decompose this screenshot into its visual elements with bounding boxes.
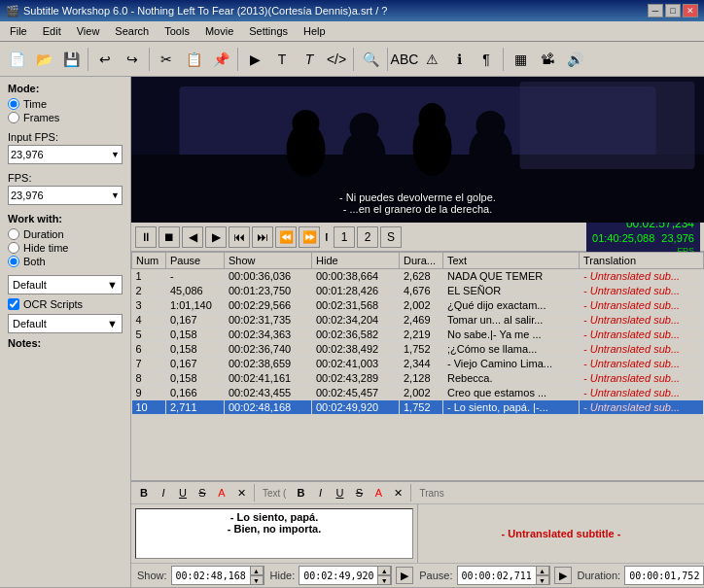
- table-row[interactable]: 7 0,167 00:02:38,659 00:02:41,003 2,344 …: [132, 357, 704, 371]
- trans-tag-button[interactable]: ✕: [389, 484, 406, 502]
- fps-dropdown-arrow[interactable]: ▼: [111, 190, 120, 200]
- mode-frames-option[interactable]: Frames: [8, 112, 123, 123]
- pause-up-button[interactable]: ▲: [536, 566, 549, 575]
- trans-bold-button[interactable]: B: [292, 484, 309, 502]
- translation-editor[interactable]: - Untranslated subtitle -: [417, 504, 704, 563]
- work-both-option[interactable]: Both: [8, 256, 123, 267]
- fps-input[interactable]: 23,976 ▼: [8, 186, 123, 205]
- grid-button[interactable]: ▦: [508, 47, 533, 72]
- next-sub-button[interactable]: ⏩: [299, 226, 320, 248]
- menu-edit[interactable]: Edit: [37, 23, 67, 39]
- work-both-radio[interactable]: [8, 256, 19, 267]
- mode-time-radio[interactable]: [8, 98, 19, 110]
- menu-search[interactable]: Search: [109, 23, 155, 39]
- pause-value[interactable]: 00:00:02,711: [458, 571, 536, 581]
- warning-button[interactable]: ⚠: [419, 47, 444, 72]
- new-button[interactable]: 📄: [4, 47, 29, 72]
- ocr-scripts-checkbox[interactable]: [8, 298, 19, 310]
- minimize-button[interactable]: ─: [648, 4, 663, 17]
- mode-frames-radio[interactable]: [8, 112, 19, 123]
- prev-frame-button[interactable]: ◀: [182, 226, 203, 248]
- work-duration-option[interactable]: Duration: [8, 228, 123, 240]
- cut-button[interactable]: ✂: [154, 47, 179, 72]
- pause-play-button[interactable]: ▶: [554, 567, 572, 584]
- hide-value[interactable]: 00:02:49,920: [299, 571, 377, 581]
- progress-bar[interactable]: [326, 233, 328, 241]
- ocr-scripts-option[interactable]: OCR Scripts: [8, 298, 123, 310]
- stop-button[interactable]: ⏹: [158, 226, 180, 248]
- pause-spinner[interactable]: ▲ ▼: [536, 566, 549, 585]
- video-button[interactable]: 📽: [535, 47, 560, 72]
- play-pause-button[interactable]: ⏸: [135, 226, 157, 248]
- menu-file[interactable]: File: [4, 23, 33, 39]
- show-value[interactable]: 00:02:48,168: [172, 571, 250, 581]
- work-duration-radio[interactable]: [8, 228, 19, 240]
- show-input[interactable]: 00:02:48,168 ▲ ▼: [171, 566, 264, 585]
- work-hide-radio[interactable]: [8, 242, 19, 254]
- table-row[interactable]: 3 1:01,140 00:02:29,566 00:02:31,568 2,0…: [132, 298, 704, 313]
- subtitle-text-editor[interactable]: - Lo siento, papá.- Bien, no importa.: [135, 508, 413, 559]
- mode-time-option[interactable]: Time: [8, 98, 123, 110]
- table-row[interactable]: 10 2,711 00:02:48,168 00:02:49,920 1,752…: [132, 400, 704, 415]
- next-frame-button[interactable]: ▶: [205, 226, 227, 248]
- undo-button[interactable]: ↩: [92, 47, 118, 72]
- paste-button[interactable]: 📌: [208, 47, 233, 72]
- rewind-button[interactable]: ⏮: [229, 226, 250, 248]
- underline-button[interactable]: U: [174, 484, 192, 502]
- maximize-button[interactable]: □: [665, 4, 681, 17]
- show-up-button[interactable]: ▲: [250, 566, 264, 575]
- trans-underline-button[interactable]: U: [331, 484, 348, 502]
- strikethrough-button[interactable]: S: [194, 484, 211, 502]
- vol-down-button[interactable]: 1: [334, 226, 355, 248]
- vol-up-button[interactable]: 2: [357, 226, 378, 248]
- table-row[interactable]: 2 45,086 00:01:23,750 00:01:28,426 4,676…: [132, 284, 704, 298]
- audio-button[interactable]: 🔊: [562, 47, 587, 72]
- open-button[interactable]: 📂: [31, 47, 56, 72]
- table-row[interactable]: 4 0,167 00:02:31,735 00:02:34,204 2,469 …: [132, 313, 704, 328]
- default-select-2[interactable]: Default ▼: [8, 314, 123, 333]
- menu-view[interactable]: View: [71, 23, 106, 39]
- italic-btn[interactable]: I: [155, 484, 172, 502]
- show-down-button[interactable]: ▼: [250, 575, 264, 585]
- fast-forward-button[interactable]: ⏭: [252, 226, 273, 248]
- duration-value[interactable]: 00:00:01,752: [625, 571, 703, 581]
- input-fps-input[interactable]: 23,976 ▼: [8, 145, 123, 164]
- menu-settings[interactable]: Settings: [243, 23, 294, 39]
- table-row[interactable]: 1 - 00:00:36,036 00:00:38,664 2,628 NADA…: [132, 269, 704, 284]
- hide-down-button[interactable]: ▼: [377, 575, 391, 585]
- menu-tools[interactable]: Tools: [158, 23, 195, 39]
- hide-play-button[interactable]: ▶: [396, 567, 413, 584]
- table-row[interactable]: 6 0,158 00:02:36,740 00:02:38,492 1,752 …: [132, 342, 704, 357]
- trans-color-button[interactable]: A: [370, 484, 387, 502]
- menu-movie[interactable]: Movie: [199, 23, 239, 39]
- table-row[interactable]: 9 0,166 00:02:43,455 00:02:45,457 2,002 …: [132, 386, 704, 400]
- tag-close-button[interactable]: ✕: [232, 484, 250, 502]
- copy-button[interactable]: 📋: [181, 47, 206, 72]
- hide-spinner[interactable]: ▲ ▼: [377, 566, 391, 585]
- table-row[interactable]: 5 0,158 00:02:34,363 00:02:36,582 2,219 …: [132, 328, 704, 342]
- paragraph-button[interactable]: ¶: [474, 47, 499, 72]
- subtitle-table-wrapper[interactable]: Num Pause Show Hide Dura... Text Transla…: [131, 252, 704, 481]
- hide-up-button[interactable]: ▲: [377, 566, 391, 575]
- menu-help[interactable]: Help: [298, 23, 332, 39]
- close-button[interactable]: ✕: [683, 4, 698, 17]
- duration-input[interactable]: 00:00:01,752 ▲ ▼: [624, 566, 704, 585]
- trans-strikethrough-button[interactable]: S: [350, 484, 368, 502]
- info-button[interactable]: ℹ: [446, 47, 472, 72]
- pause-input[interactable]: 00:00:02,711 ▲ ▼: [457, 566, 550, 585]
- font-button[interactable]: T: [269, 47, 295, 72]
- trans-italic-button[interactable]: I: [311, 484, 329, 502]
- show-spinner[interactable]: ▲ ▼: [250, 566, 264, 585]
- input-fps-dropdown-arrow[interactable]: ▼: [111, 150, 120, 159]
- table-row[interactable]: 8 0,158 00:02:41,161 00:02:43,289 2,128 …: [132, 371, 704, 386]
- search-button[interactable]: 🔍: [358, 47, 383, 72]
- settings-vc-button[interactable]: S: [380, 226, 402, 248]
- hide-input[interactable]: 00:02:49,920 ▲ ▼: [299, 566, 392, 585]
- color-button[interactable]: A: [213, 484, 230, 502]
- work-hide-option[interactable]: Hide time: [8, 242, 123, 254]
- pause-down-button[interactable]: ▼: [536, 575, 549, 585]
- play-button[interactable]: ▶: [242, 47, 267, 72]
- default-select-1[interactable]: Default ▼: [8, 275, 123, 294]
- bold-button[interactable]: B: [135, 484, 153, 502]
- prev-sub-button[interactable]: ⏪: [275, 226, 297, 248]
